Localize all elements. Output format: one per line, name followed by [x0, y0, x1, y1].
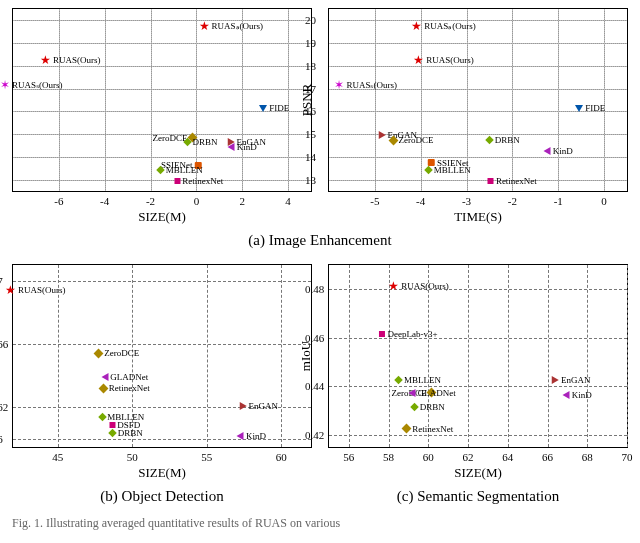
- data-point: DeepLab-v3+: [379, 324, 437, 342]
- x-axis-label: SIZE(M): [329, 465, 627, 481]
- hexagram-icon: ✶: [0, 80, 10, 90]
- point-label: RUAS(Ours): [53, 55, 101, 65]
- triangle-right-icon: [379, 131, 386, 139]
- y-tick: 15: [305, 128, 316, 140]
- grid-line: [59, 9, 60, 191]
- data-point: ✶RUASₛ(Ours): [0, 75, 63, 93]
- grid-line: [151, 9, 152, 191]
- diamond-icon: [108, 428, 116, 436]
- x-tick: -3: [462, 195, 471, 207]
- x-tick: -2: [508, 195, 517, 207]
- hexagon-icon: [402, 424, 412, 434]
- triangle-left-icon: [228, 143, 235, 151]
- y-tick: 0.62: [0, 401, 8, 413]
- point-label: FIDE: [585, 103, 605, 113]
- data-point: ★RUAS(Ours): [388, 275, 449, 293]
- triangle-down-icon: [259, 105, 267, 112]
- data-point: MBLLEN: [426, 159, 471, 177]
- point-label: KinD: [553, 146, 573, 156]
- x-tick: 68: [582, 451, 593, 463]
- hexagon-icon: [94, 348, 104, 358]
- y-tick: 14: [305, 151, 316, 163]
- point-label: KinD: [572, 390, 592, 400]
- hexagram-icon: ✶: [334, 80, 344, 90]
- grid-line: [421, 9, 422, 191]
- point-label: DeepLab-v3+: [387, 329, 437, 339]
- y-axis-label: PSNR: [299, 84, 315, 117]
- triangle-right-icon: [240, 402, 247, 410]
- data-point: DRBN: [110, 422, 143, 440]
- data-point: ★RUAS(Ours): [5, 280, 66, 298]
- y-axis-label: mIoU: [298, 341, 314, 371]
- data-point: ★RUASₐ(Ours): [199, 16, 264, 34]
- x-tick: -1: [554, 195, 563, 207]
- y-tick: 0.7: [0, 275, 3, 287]
- point-label: RUASₐ(Ours): [212, 21, 264, 31]
- data-point: RetinexNet: [403, 419, 453, 437]
- y-tick: 18: [305, 60, 316, 72]
- grid-line: [375, 9, 376, 191]
- chart-enh-size: -6-4-20241314151617181920SIZE(M)PSNR★RUA…: [12, 8, 312, 192]
- point-label: FIDE: [269, 103, 289, 113]
- y-tick: 0.44: [305, 380, 324, 392]
- point-label: ZeroDCE: [104, 348, 139, 358]
- data-point: ZeroDCE: [390, 130, 434, 148]
- chart-det-size: 455055600.60.620.660.7SIZE(M)mAP★RUAS(Ou…: [12, 264, 312, 448]
- chart-enh-time: -5-4-3-2-101314151617181920TIME(S)PSNR★R…: [328, 8, 628, 192]
- x-tick: 56: [343, 451, 354, 463]
- diamond-icon: [411, 403, 419, 411]
- square-icon: [379, 331, 385, 337]
- x-tick: 4: [285, 195, 291, 207]
- grid-line: [242, 9, 243, 191]
- point-label: RUASₛ(Ours): [12, 80, 63, 90]
- x-tick: 64: [502, 451, 513, 463]
- point-label: RUASₐ(Ours): [424, 21, 476, 31]
- point-label: RetinexNet: [496, 176, 537, 186]
- diamond-icon: [424, 165, 432, 173]
- grid-line: [512, 9, 513, 191]
- grid-line: [329, 435, 627, 436]
- data-point: EnGAN: [240, 395, 279, 413]
- grid-line: [587, 265, 588, 447]
- star-icon: ★: [411, 21, 422, 31]
- grid-line: [105, 9, 106, 191]
- x-tick: 0: [194, 195, 200, 207]
- x-tick: 45: [52, 451, 63, 463]
- point-label: EnGAN: [249, 401, 279, 411]
- grid-line: [329, 66, 627, 67]
- point-label: RUAS(Ours): [18, 285, 66, 295]
- data-point: RetinexNet: [174, 171, 223, 189]
- star-icon: ★: [413, 55, 424, 65]
- grid-line: [329, 134, 627, 135]
- grid-line: [329, 157, 627, 158]
- hexagon-icon: [388, 135, 398, 145]
- chart-seg-size: 56586062646668700.420.440.460.48SIZE(M)m…: [328, 264, 628, 448]
- triangle-left-icon: [544, 147, 551, 155]
- x-tick: 50: [127, 451, 138, 463]
- grid-line: [329, 20, 627, 21]
- square-icon: [488, 178, 494, 184]
- x-tick: 70: [622, 451, 633, 463]
- x-axis-label: TIME(S): [329, 209, 627, 225]
- point-label: KinD: [237, 142, 257, 152]
- data-point: ★RUASₐ(Ours): [411, 16, 476, 34]
- point-label: MBLLEN: [434, 165, 471, 175]
- y-tick: 0.6: [0, 433, 3, 445]
- point-label: DRBN: [192, 137, 217, 147]
- data-point: FIDE: [575, 98, 605, 116]
- x-tick: 62: [463, 451, 474, 463]
- star-icon: ★: [199, 21, 210, 31]
- caption-a: (a) Image Enhancement: [0, 232, 640, 249]
- data-point: KinD: [544, 141, 573, 159]
- x-axis-label: SIZE(M): [13, 465, 311, 481]
- x-tick: -2: [146, 195, 155, 207]
- caption-b: (b) Object Detection: [12, 488, 312, 505]
- point-label: DRBN: [420, 402, 445, 412]
- y-tick: 13: [305, 174, 316, 186]
- x-tick: -6: [54, 195, 63, 207]
- diamond-icon: [157, 165, 165, 173]
- caption-c: (c) Semantic Segmentation: [328, 488, 628, 505]
- y-tick: 20: [305, 14, 316, 26]
- point-label: DRBN: [118, 428, 143, 438]
- point-label: DRBN: [495, 135, 520, 145]
